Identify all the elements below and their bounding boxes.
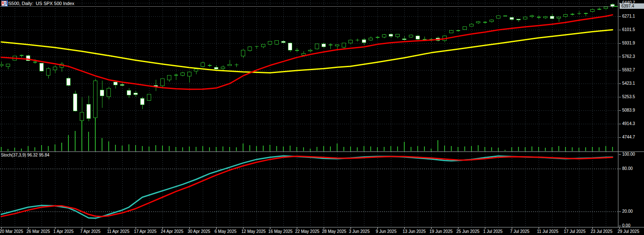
price-axis-label: 5423.1 <box>622 81 635 86</box>
price-axis-label: 5762.3 <box>622 54 635 59</box>
price-axis-label-tick <box>619 30 621 30</box>
date-label: 20 Mar 2025 <box>0 229 23 234</box>
chart-type-icon[interactable] <box>1 0 8 6</box>
date-label: 7 Apr 2025 <box>80 229 100 234</box>
price-pane[interactable] <box>0 0 618 152</box>
date-label: 13 Jun 2025 <box>403 229 426 234</box>
stoch-name: Stoch(37,3,9) <box>1 153 26 157</box>
chart-title-bar: US500, Daily: US SPX 500 Index <box>1 1 74 6</box>
stoch-axis-label-tick <box>619 212 621 212</box>
date-label: 9 Jun 2025 <box>376 229 397 234</box>
stoch-main-value: 96.32 <box>27 153 38 157</box>
stoch-axis-label-tick <box>619 169 621 169</box>
chart-title: US500, Daily: US SPX 500 Index <box>5 1 74 6</box>
date-label: 3 Jun 2025 <box>349 229 370 234</box>
price-axis-label-tick <box>619 137 621 138</box>
date-label: 28 May 2025 <box>322 229 346 234</box>
price-axis-label-tick <box>619 84 621 84</box>
date-label: 17 Apr 2025 <box>134 229 157 234</box>
date-label: 1 Jul 2025 <box>483 229 503 234</box>
stoch-indicator-label: Stoch(37,3,9) 96.32 95.84 <box>1 153 50 157</box>
date-label: 12 May 2025 <box>241 229 266 234</box>
stoch-signal-value: 95.84 <box>39 153 50 157</box>
price-axis-label: 5083.9 <box>622 108 635 112</box>
date-label: 22 May 2025 <box>295 229 319 234</box>
stoch-axis-label-tick <box>619 154 621 155</box>
chart-window: US500, Daily: US SPX 500 Index Stoch(37,… <box>0 0 644 235</box>
date-label: 19 Jun 2025 <box>429 229 453 234</box>
price-axis-label-tick <box>619 124 621 124</box>
price-axis-label: 5253.5 <box>622 94 635 99</box>
pane-separator[interactable] <box>0 151 644 152</box>
price-axis-label-tick <box>619 97 621 97</box>
date-label: 11 Jul 2025 <box>537 229 558 234</box>
price-axis-label: 4744.7 <box>622 135 635 139</box>
stoch-axis-label: 20.00 <box>622 209 633 214</box>
date-label: 11 Apr 2025 <box>107 229 129 234</box>
price-axis-label-tick <box>619 70 621 70</box>
date-label: 26 Mar 2025 <box>26 229 50 234</box>
price-axis-label: 5592.7 <box>622 68 635 72</box>
date-label: 17 Jul 2025 <box>564 229 586 234</box>
date-axis[interactable]: 20 Mar 202526 Mar 20251 Apr 20257 Apr 20… <box>0 227 644 235</box>
date-label: 7 Jul 2025 <box>510 229 529 234</box>
stoch-axis-label: 80.00 <box>622 166 633 171</box>
date-label: 6 May 2025 <box>215 229 236 234</box>
price-axis-label-tick <box>619 16 621 17</box>
date-label: 30 Apr 2025 <box>188 229 210 234</box>
date-label: 1 Apr 2025 <box>53 229 73 234</box>
price-axis[interactable]: 6440.76271.16101.55931.95762.35592.75423… <box>618 0 644 227</box>
date-label: 25 Jun 2025 <box>456 229 479 234</box>
date-label: 24 Apr 2025 <box>161 229 183 234</box>
price-axis-label: 6101.5 <box>622 27 635 32</box>
price-axis-label: 5931.9 <box>622 41 635 45</box>
price-axis-label: 4914.3 <box>622 121 635 126</box>
date-label: 16 May 2025 <box>268 229 293 234</box>
price-axis-label-tick <box>619 57 621 57</box>
stoch-axis-label-tick <box>619 226 621 226</box>
date-label: 29 Jul 2025 <box>618 229 639 234</box>
stoch-pane[interactable] <box>0 152 618 227</box>
price-axis-label-tick <box>619 43 621 44</box>
price-axis-label: 6271.1 <box>622 14 635 18</box>
stoch-axis-label: 100.00 <box>622 152 635 157</box>
date-label: 23 Jul 2025 <box>591 229 613 234</box>
price-axis-label-tick <box>619 110 621 111</box>
current-price-tag: 6397.4 <box>620 3 644 9</box>
